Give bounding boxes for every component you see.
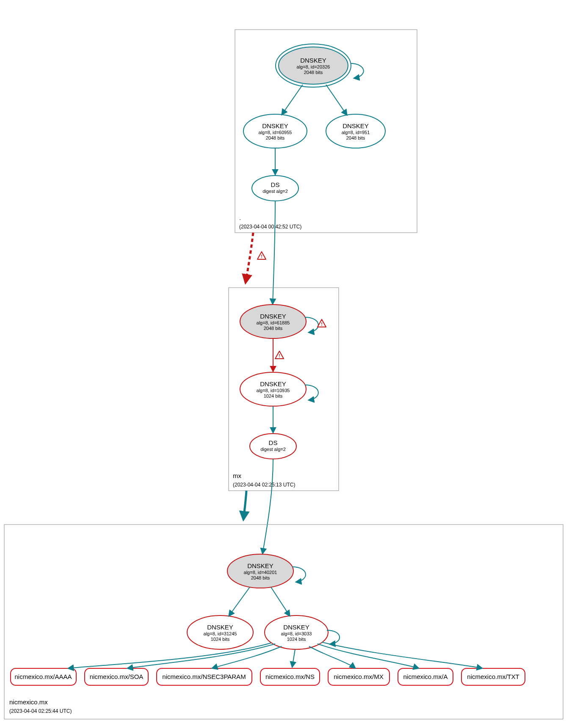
svg-text:2048 bits: 2048 bits <box>346 135 365 140</box>
warning-icon: ! <box>257 252 266 259</box>
svg-text:nicmexico.mx/MX: nicmexico.mx/MX <box>334 673 384 680</box>
zone-nic-ts: (2023-04-04 02:25:44 UTC) <box>9 708 72 714</box>
svg-text:2048 bits: 2048 bits <box>304 70 323 75</box>
svg-text:alg=8, id=10935: alg=8, id=10935 <box>257 388 290 393</box>
svg-text:alg=8, id=60955: alg=8, id=60955 <box>259 130 292 135</box>
svg-text:DNSKEY: DNSKEY <box>260 313 286 320</box>
svg-text:nicmexico.mx/A: nicmexico.mx/A <box>403 673 447 680</box>
svg-text:!: ! <box>261 254 262 259</box>
zone-root-name: . <box>239 214 241 221</box>
svg-point-28 <box>250 434 296 459</box>
svg-text:alg=8, id=951: alg=8, id=951 <box>342 130 370 135</box>
zone-mx: mx (2023-04-04 02:25:13 UTC) DNSKEY alg=… <box>229 288 339 491</box>
zone-nic-name: nicmexico.mx <box>9 698 48 706</box>
node-mx-zsk: DNSKEY alg=8, id=10935 1024 bits <box>240 372 306 406</box>
svg-text:nicmexico.mx/NS: nicmexico.mx/NS <box>265 673 315 680</box>
rrset-soa: nicmexico.mx/SOA <box>85 668 148 685</box>
self-loop <box>305 317 318 332</box>
svg-text:2048 bits: 2048 bits <box>264 326 283 331</box>
zone-root-ts: (2023-04-04 00:42:52 UTC) <box>239 224 301 230</box>
self-loop <box>292 567 306 582</box>
node-root-ds: DS digest alg=2 <box>252 176 298 201</box>
rrset-mx: nicmexico.mx/MX <box>328 668 389 685</box>
svg-text:DNSKEY: DNSKEY <box>260 380 286 387</box>
svg-text:DNSKEY: DNSKEY <box>283 624 309 631</box>
svg-text:alg=8, id=40201: alg=8, id=40201 <box>244 570 277 575</box>
edge-root-mx-delegation <box>246 233 253 283</box>
node-root-ksk: DNSKEY alg=8, id=20326 2048 bits <box>276 44 351 87</box>
svg-text:!: ! <box>279 353 280 358</box>
svg-text:DS: DS <box>271 181 280 188</box>
svg-text:alg=8, id=61885: alg=8, id=61885 <box>257 320 290 325</box>
svg-text:nicmexico.mx/SOA: nicmexico.mx/SOA <box>90 673 144 680</box>
svg-text:1024 bits: 1024 bits <box>264 393 283 398</box>
self-loop <box>351 63 364 78</box>
svg-text:nicmexico.mx/AAAA: nicmexico.mx/AAAA <box>14 673 72 680</box>
svg-text:1024 bits: 1024 bits <box>287 637 306 642</box>
edge-mx-nic-delegation <box>243 491 246 519</box>
svg-text:nicmexico.mx/TXT: nicmexico.mx/TXT <box>467 673 519 680</box>
node-mx-ds: DS digest alg=2 <box>250 434 296 459</box>
edge-nicksk-zsk2 <box>271 587 290 616</box>
svg-point-14 <box>252 176 298 201</box>
edge-mxds-nicksk <box>262 459 273 554</box>
svg-text:DNSKEY: DNSKEY <box>207 624 233 631</box>
svg-text:DS: DS <box>269 439 278 446</box>
rrset-nsec3: nicmexico.mx/NSEC3PARAM <box>157 668 252 685</box>
svg-text:2048 bits: 2048 bits <box>266 135 285 140</box>
node-root-zsk1: DNSKEY alg=8, id=60955 2048 bits <box>243 114 307 148</box>
node-root-zsk2: DNSKEY alg=8, id=951 2048 bits <box>326 114 385 148</box>
edge-nicksk-zsk1 <box>229 587 250 616</box>
edge-rootksk-zsk2 <box>326 85 347 115</box>
svg-text:alg=8, id=3033: alg=8, id=3033 <box>281 631 312 636</box>
rrset-txt: nicmexico.mx/TXT <box>461 668 525 685</box>
svg-text:DNSKEY: DNSKEY <box>300 57 326 64</box>
svg-text:DNSKEY: DNSKEY <box>343 122 369 129</box>
svg-text:digest alg=2: digest alg=2 <box>262 189 288 194</box>
svg-text:2048 bits: 2048 bits <box>251 575 270 580</box>
rrset-aaaa: nicmexico.mx/AAAA <box>11 668 76 685</box>
svg-text:DNSKEY: DNSKEY <box>262 122 288 129</box>
svg-text:!: ! <box>321 321 323 327</box>
edge-rootds-mxksk <box>273 201 275 305</box>
zone-mx-name: mx <box>233 472 241 479</box>
self-loop <box>305 385 318 400</box>
warning-icon: ! <box>318 319 326 327</box>
node-nic-zsk1: DNSKEY alg=8, id=31245 1024 bits <box>187 615 253 649</box>
svg-text:alg=8, id=20326: alg=8, id=20326 <box>297 64 330 69</box>
node-nic-ksk: DNSKEY alg=8, id=40201 2048 bits <box>227 554 293 588</box>
svg-text:digest alg=2: digest alg=2 <box>260 447 286 452</box>
edge-rootksk-zsk1 <box>282 85 303 115</box>
zone-nicmexico: nicmexico.mx (2023-04-04 02:25:44 UTC) D… <box>4 525 563 719</box>
rrset-ns: nicmexico.mx/NS <box>260 668 320 685</box>
rrset-a: nicmexico.mx/A <box>398 668 453 685</box>
zone-mx-ts: (2023-04-04 02:25:13 UTC) <box>233 482 295 488</box>
warning-icon: ! <box>275 351 284 359</box>
svg-text:nicmexico.mx/NSEC3PARAM: nicmexico.mx/NSEC3PARAM <box>162 673 246 680</box>
svg-text:1024 bits: 1024 bits <box>211 637 230 642</box>
svg-text:alg=8, id=31245: alg=8, id=31245 <box>204 631 237 636</box>
self-loop <box>327 630 340 644</box>
zone-root: . (2023-04-04 00:42:52 UTC) DNSKEY alg=8… <box>235 30 417 233</box>
node-mx-ksk: DNSKEY alg=8, id=61885 2048 bits <box>240 305 306 338</box>
svg-text:DNSKEY: DNSKEY <box>247 562 273 569</box>
dnssec-diagram: . (2023-04-04 00:42:52 UTC) DNSKEY alg=8… <box>0 0 569 728</box>
